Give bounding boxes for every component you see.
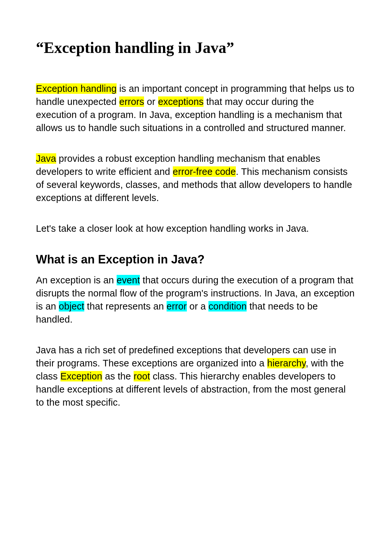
highlight-exceptions: exceptions (158, 96, 204, 107)
highlight-exception-handling: Exception handling (36, 83, 117, 94)
text-span: that represents an (84, 301, 167, 311)
highlight-error: error (167, 301, 187, 311)
highlight-hierarchy: hierarchy (267, 358, 306, 368)
text-span: or a (187, 301, 209, 311)
paragraph-4: An exception is an event that occurs dur… (36, 274, 356, 326)
text-span: An exception is an (36, 275, 117, 285)
paragraph-2: Java provides a robust exception handlin… (36, 152, 356, 204)
highlight-root: root (134, 371, 150, 381)
paragraph-1: Exception handling is an important conce… (36, 82, 356, 134)
document-title: “Exception handling in Java” (36, 39, 356, 57)
highlight-errors: errors (119, 96, 144, 107)
highlight-error-free-code: error-free code (173, 166, 236, 177)
paragraph-5: Java has a rich set of predefined except… (36, 344, 356, 409)
highlight-condition: condition (208, 301, 247, 311)
highlight-object: object (59, 301, 84, 311)
highlight-java: Java (36, 153, 56, 164)
text-span: or (144, 96, 158, 107)
highlight-exception-class: Exception (60, 371, 102, 381)
paragraph-3: Let's take a closer look at how exceptio… (36, 222, 356, 235)
highlight-event: event (117, 275, 140, 285)
text-span: as the (102, 371, 134, 381)
subheading-what-is-exception: What is an Exception in Java? (36, 253, 356, 266)
